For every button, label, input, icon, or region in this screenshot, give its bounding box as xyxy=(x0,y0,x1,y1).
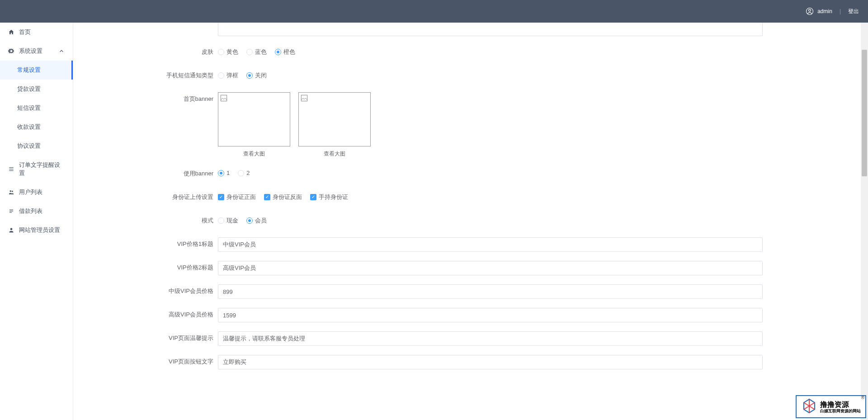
logout-link[interactable]: 登出 xyxy=(848,8,859,15)
nav-system[interactable]: 系统设置 xyxy=(0,42,73,61)
mode-member[interactable]: 会员 xyxy=(246,217,267,225)
content-area: 皮肤 黄色 蓝色 橙色 手机短信通知类型 弹框 关闭 xyxy=(73,23,868,420)
nav-home[interactable]: 首页 xyxy=(0,23,73,42)
nav-users-label: 用户列表 xyxy=(19,188,42,196)
high-vip-price-input[interactable] xyxy=(218,308,763,322)
banner-image-2[interactable] xyxy=(298,92,371,146)
nav-order-text[interactable]: 订单文字提醒设置 xyxy=(0,156,73,183)
skin-label: 皮肤 xyxy=(82,45,218,56)
nav-payment-label: 收款设置 xyxy=(17,123,41,131)
top-select-label xyxy=(82,23,218,24)
skin-yellow[interactable]: 黄色 xyxy=(218,48,238,56)
vip1-title-input[interactable] xyxy=(218,237,763,252)
svg-rect-3 xyxy=(9,169,13,169)
vip-tip-label: VIP页面温馨提示 xyxy=(82,331,218,342)
high-vip-price-label: 高级VIP会员价格 xyxy=(82,308,218,319)
nav-agreement-settings[interactable]: 协议设置 xyxy=(0,137,73,156)
radio-icon xyxy=(246,49,253,55)
banner-item-1: 查看大图 xyxy=(218,92,290,158)
username[interactable]: admin xyxy=(817,8,832,14)
banner-view-1[interactable]: 查看大图 xyxy=(243,150,265,158)
nav-loan-settings[interactable]: 贷款设置 xyxy=(0,80,73,99)
broken-image-icon xyxy=(220,94,227,102)
scrollbar-thumb[interactable] xyxy=(862,50,867,176)
use-banner-group: 1 2 xyxy=(218,167,763,176)
svg-point-5 xyxy=(10,190,12,192)
svg-point-6 xyxy=(12,191,13,192)
admin-icon xyxy=(8,227,14,233)
radio-icon xyxy=(246,72,253,79)
list-icon xyxy=(8,166,14,172)
svg-point-1 xyxy=(809,9,811,11)
nav-loans[interactable]: 借款列表 xyxy=(0,202,73,221)
home-icon xyxy=(8,29,14,35)
top-select[interactable] xyxy=(218,23,763,36)
sms-popup[interactable]: 弹框 xyxy=(218,71,238,80)
vip-btn-text-input[interactable] xyxy=(218,355,763,369)
checkbox-icon: ✓ xyxy=(310,194,316,200)
vip2-title-input[interactable] xyxy=(218,261,763,275)
nav-general-label: 常规设置 xyxy=(17,66,41,74)
radio-icon xyxy=(238,170,244,176)
id-front-check[interactable]: ✓身份证正面 xyxy=(218,193,256,201)
id-holding-check[interactable]: ✓手持身份证 xyxy=(310,193,348,201)
banner-view-2[interactable]: 查看大图 xyxy=(324,150,345,158)
users-icon xyxy=(8,189,14,195)
mid-vip-price-label: 中级VIP会员价格 xyxy=(82,284,218,295)
radio-icon xyxy=(275,49,281,55)
nav-sms-settings[interactable]: 短信设置 xyxy=(0,99,73,118)
nav-order-text-label: 订单文字提醒设置 xyxy=(19,161,65,177)
mid-vip-price-input[interactable] xyxy=(218,284,763,299)
radio-icon xyxy=(218,72,224,79)
mode-group: 现金 会员 xyxy=(218,214,763,225)
vip-btn-text-label: VIP页面按钮文字 xyxy=(82,355,218,366)
top-header: admin | 登出 xyxy=(0,0,868,23)
sidebar: 首页 系统设置 常规设置 贷款设置 短信设置 收款设置 协议设置 订单文字提醒设… xyxy=(0,23,73,420)
nav-general-settings[interactable]: 常规设置 xyxy=(0,61,73,80)
nav-loans-label: 借款列表 xyxy=(19,207,42,215)
sms-type-label: 手机短信通知类型 xyxy=(82,69,218,80)
nav-loan-label: 贷款设置 xyxy=(17,85,41,93)
skin-orange[interactable]: 橙色 xyxy=(275,48,295,56)
svg-rect-12 xyxy=(301,95,307,101)
nav-admins[interactable]: 网站管理员设置 xyxy=(0,221,73,240)
id-upload-group: ✓身份证正面 ✓身份证反面 ✓手持身份证 xyxy=(218,190,763,201)
user-avatar-icon xyxy=(806,7,814,15)
radio-icon xyxy=(246,217,253,224)
svg-point-10 xyxy=(10,228,13,230)
id-upload-label: 身份证上传设置 xyxy=(82,190,218,201)
watermark-title: 撸撸资源 xyxy=(820,400,861,409)
use-banner-1[interactable]: 1 xyxy=(218,170,230,176)
gear-icon xyxy=(8,48,14,54)
skin-radio-group: 黄色 蓝色 橙色 xyxy=(218,45,763,56)
vip1-title-label: VIP价格1标题 xyxy=(82,237,218,248)
user-area: admin | 登出 xyxy=(806,7,859,15)
header-divider: | xyxy=(840,8,841,14)
watermark-subtitle: 白嫖互联网资源的网站 xyxy=(820,409,861,414)
nav-agreement-label: 协议设置 xyxy=(17,142,41,150)
registered-icon: ® xyxy=(861,395,864,400)
nav-admins-label: 网站管理员设置 xyxy=(19,226,60,234)
use-banner-2[interactable]: 2 xyxy=(238,170,250,176)
nav-users[interactable]: 用户列表 xyxy=(0,183,73,202)
broken-image-icon xyxy=(301,94,308,102)
banner-label: 首页banner xyxy=(82,92,218,103)
form-panel: 皮肤 黄色 蓝色 橙色 手机短信通知类型 弹框 关闭 xyxy=(82,23,859,420)
banner-image-1[interactable] xyxy=(218,92,290,146)
sms-off[interactable]: 关闭 xyxy=(246,71,267,80)
scrollbar-track[interactable] xyxy=(861,23,868,420)
skin-blue[interactable]: 蓝色 xyxy=(246,48,267,56)
sms-type-radio-group: 弹框 关闭 xyxy=(218,69,763,80)
chevron-up-icon xyxy=(58,48,65,54)
id-back-check[interactable]: ✓身份证反面 xyxy=(264,193,302,201)
radio-icon xyxy=(218,217,224,224)
svg-rect-2 xyxy=(9,167,13,168)
checkbox-icon: ✓ xyxy=(218,194,224,200)
svg-rect-11 xyxy=(221,95,226,101)
svg-rect-4 xyxy=(9,170,13,171)
checkbox-icon: ✓ xyxy=(264,194,270,200)
mode-cash[interactable]: 现金 xyxy=(218,217,238,225)
vip2-title-label: VIP价格2标题 xyxy=(82,261,218,272)
vip-tip-input[interactable] xyxy=(218,331,763,346)
nav-payment-settings[interactable]: 收款设置 xyxy=(0,118,73,137)
